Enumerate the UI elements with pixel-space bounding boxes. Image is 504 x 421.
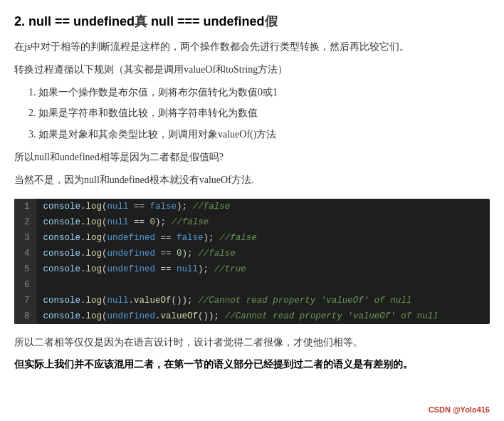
line-code: console.log(undefined == null); //true (36, 261, 490, 277)
code-block: 1console.log(null == false); //false2con… (14, 199, 490, 324)
csdn-watermark: CSDN @Yolo416 (429, 405, 490, 414)
question-para: 所以null和undefined相等是因为二者都是假值吗? (14, 149, 490, 166)
line-number: 5 (14, 261, 36, 277)
line-number: 2 (14, 214, 36, 230)
intro-para-2: 转换过程遵循以下规则（其实都是调用valueOf和toString方法） (14, 61, 490, 78)
line-code (36, 277, 490, 293)
line-number: 1 (14, 199, 36, 214)
line-code: console.log(null == false); //false (36, 199, 490, 214)
answer-para: 当然不是，因为null和undefined根本就没有valueOf方法. (14, 172, 490, 189)
rules-list: 1. 如果一个操作数是布尔值，则将布尔值转化为数值0或1 2. 如果是字符串和数… (28, 84, 490, 143)
conclusion-bold: 但实际上我们并不应该混用二者，在第一节的语义部分已经提到过二者的语义是有差别的。 (14, 359, 413, 370)
page-heading: 2. null == undefined真 null === undefined… (14, 13, 490, 30)
line-code: console.log(null.valueOf()); //Cannot re… (36, 293, 490, 308)
line-number: 8 (14, 308, 36, 324)
line-number: 4 (14, 246, 36, 261)
conclusion-para-2: 但实际上我们并不应该混用二者，在第一节的语义部分已经提到过二者的语义是有差别的。 (14, 356, 490, 373)
line-number: 3 (14, 230, 36, 246)
line-code: console.log(undefined == 0); //false (36, 246, 490, 261)
rule-item-3: 3. 如果是对象和其余类型比较，则调用对象valueOf()方法 (28, 126, 490, 143)
intro-para-1: 在js中对于相等的判断流程是这样的，两个操作数都会先进行类型转换，然后再比较它们… (14, 38, 490, 56)
line-code: console.log(null == 0); //false (36, 214, 490, 230)
rule-item-2: 2. 如果是字符串和数值比较，则将字符串转化为数值 (28, 105, 490, 122)
line-number: 6 (14, 277, 36, 293)
line-code: console.log(undefined.valueOf()); //Cann… (36, 308, 490, 324)
line-number: 7 (14, 293, 36, 308)
conclusion-para-1: 所以二者相等仅仅是因为在语言设计时，设计者觉得二者很像，才使他们相等。 (14, 334, 490, 351)
code-table: 1console.log(null == false); //false2con… (14, 199, 490, 324)
rule-item-1: 1. 如果一个操作数是布尔值，则将布尔值转化为数值0或1 (28, 84, 490, 101)
line-code: console.log(undefined == false); //false (36, 230, 490, 246)
